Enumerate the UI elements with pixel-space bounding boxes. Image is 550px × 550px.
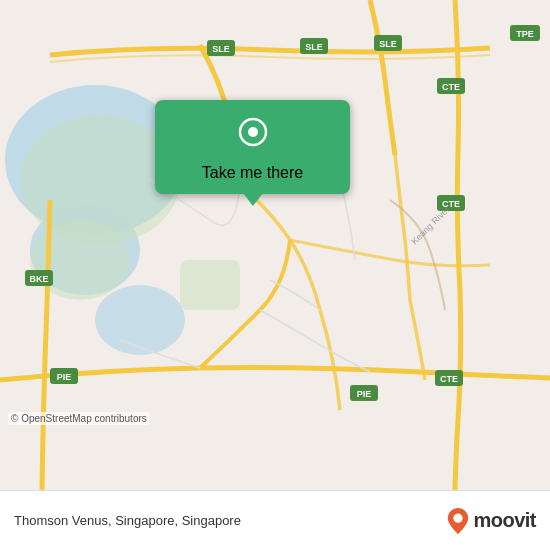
svg-text:SLE: SLE (305, 42, 323, 52)
location-pin-icon (232, 114, 274, 156)
svg-text:PIE: PIE (57, 372, 72, 382)
svg-text:TPE: TPE (516, 29, 534, 39)
svg-rect-6 (180, 260, 240, 310)
svg-text:CTE: CTE (440, 374, 458, 384)
moovit-pin-icon (447, 508, 469, 534)
take-me-there-popup[interactable]: Take me there (155, 100, 350, 194)
osm-credit: © OpenStreetMap contributors (8, 412, 150, 425)
svg-text:PIE: PIE (357, 389, 372, 399)
svg-point-29 (248, 127, 258, 137)
svg-text:SLE: SLE (212, 44, 230, 54)
svg-point-3 (95, 285, 185, 355)
bottom-bar: Thomson Venus, Singapore, Singapore moov… (0, 490, 550, 550)
map-container: SLE SLE SLE CTE CTE CTE PIE PIE BKE Kean… (0, 0, 550, 490)
moovit-wordmark: moovit (473, 509, 536, 532)
location-text: Thomson Venus, Singapore, Singapore (14, 513, 241, 528)
popup-label: Take me there (202, 164, 303, 182)
svg-text:BKE: BKE (29, 274, 48, 284)
svg-point-30 (454, 513, 463, 522)
svg-text:CTE: CTE (442, 82, 460, 92)
moovit-logo: moovit (447, 508, 536, 534)
svg-text:SLE: SLE (379, 39, 397, 49)
